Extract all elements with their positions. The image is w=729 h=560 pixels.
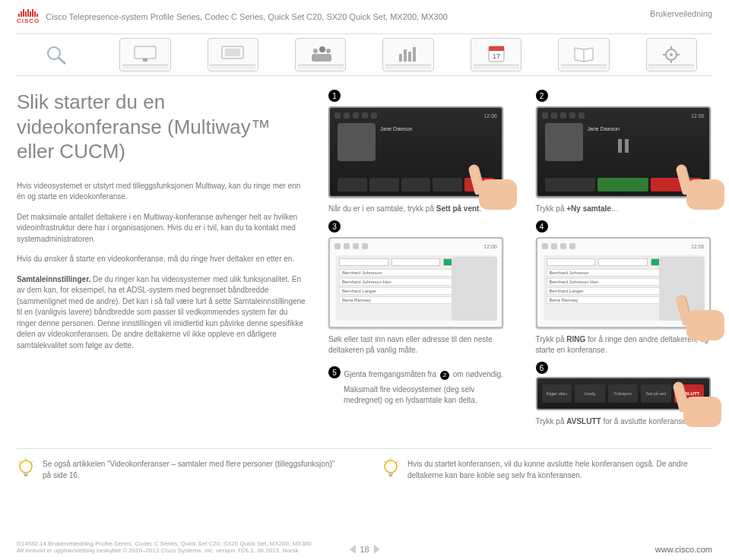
step-3-caption: Søk eller tast inn navn eller adresse ti…: [328, 334, 506, 356]
page-title: Slik starter du en videokonferanse (Mult…: [17, 90, 306, 164]
tip-1: Se også artikkelen "Videokonferanser – s…: [17, 458, 336, 481]
chart-icon: [393, 43, 423, 66]
page-number-nav: 18: [349, 545, 379, 554]
avatar-icon: [338, 123, 376, 161]
next-page-arrow-icon[interactable]: [374, 545, 380, 554]
gear-icon: [656, 43, 686, 66]
footer-url[interactable]: www.cisco.com: [655, 545, 712, 554]
guide-label: Brukerveiledning: [650, 9, 712, 18]
bottom-footer: D14582.14 Brukerveiledning Profile Serie…: [17, 540, 712, 554]
step-3: 3 12:06 Bernhard Johnsson Bernhard Johns…: [328, 220, 506, 356]
step-2: 2 12:06 Jane Dawson Trykk på +Ny samtale…: [536, 90, 713, 214]
step-6: 6 Frigjør video Utvalg Fullskjerm Sett p…: [536, 362, 713, 427]
page: CISCO Cisco Telepresence-system Profile …: [0, 0, 729, 560]
footer-line-2: Alt innhold er opphavsrettslig beskyttet…: [17, 547, 312, 554]
monitor-icon: [217, 43, 248, 66]
magnifier-icon: [43, 43, 73, 66]
step-5: 5 Gjenta fremgangsmåten fra 2 om nødvend…: [328, 362, 506, 427]
svg-rect-11: [404, 49, 407, 62]
tip-2: Hvis du startet konferansen, vil du kunn…: [382, 458, 701, 481]
hand-pointer-icon: [664, 295, 724, 340]
left-column: Slik starter du en videokonferanse (Mult…: [17, 90, 306, 427]
svg-line-26: [19, 461, 21, 463]
intro-p1: Hvis videosystemet er utstyrt med tilleg…: [17, 181, 306, 203]
steps-grid: 1 12:06 Jane Dawson Når du er i en samta…: [328, 90, 712, 427]
footer-line-1: D14582.14 Brukerveiledning Profile Serie…: [17, 540, 312, 547]
nav-chart[interactable]: [382, 38, 433, 71]
p4-label: Samtaleinnstillinger.: [17, 275, 90, 283]
step-1-screen: 12:06 Jane Dawson: [328, 106, 503, 198]
ab-btn: Fullskjerm: [608, 384, 639, 403]
nav-screen-1[interactable]: [119, 38, 170, 71]
step-2-num: 2: [536, 90, 548, 102]
step-5-caption-2: Maksimalt fire videosystemer (deg selv m…: [344, 384, 506, 406]
footer-tips: Se også artikkelen "Videokonferanser – s…: [17, 448, 712, 490]
caller-name: Jane Dawson: [380, 123, 494, 131]
screen-time: 12:06: [483, 113, 497, 119]
caller-name: Jane Dawson: [588, 123, 702, 131]
svg-text:17: 17: [493, 52, 500, 60]
step-6-num: 6: [536, 362, 548, 374]
people-icon: [306, 43, 336, 66]
step-2-screen: 12:06 Jane Dawson: [536, 106, 711, 198]
svg-line-30: [384, 461, 385, 463]
nav-search[interactable]: [32, 38, 83, 71]
side-panel: [452, 257, 497, 321]
page-number: 18: [360, 545, 369, 554]
cisco-wordmark: CISCO: [17, 17, 40, 24]
step-4: 4 12:06 Bernhard Johnsson Bernhard Johns…: [536, 220, 713, 356]
svg-rect-15: [489, 46, 504, 51]
step-5-num: 5: [328, 366, 341, 378]
svg-point-8: [326, 49, 331, 53]
lightbulb-icon: [382, 458, 400, 481]
cisco-logo: CISCO: [17, 9, 40, 24]
hand-pointer-icon: [664, 164, 724, 210]
nav-calendar[interactable]: 17: [471, 38, 521, 71]
step-3-num: 3: [328, 220, 341, 233]
step-ref-badge: 2: [440, 371, 449, 380]
book-icon: [569, 43, 599, 66]
calendar-icon: 17: [481, 43, 512, 66]
step-4-num: 4: [536, 220, 548, 233]
monitor-icon: [130, 43, 160, 66]
svg-rect-13: [413, 47, 416, 62]
page-header: CISCO Cisco Telepresence-system Profile …: [17, 9, 712, 30]
svg-point-28: [385, 460, 397, 473]
logo-group: CISCO Cisco Telepresence-system Profile …: [17, 9, 448, 24]
intro-p3: Hvis du ønsker å starte en videokonferan…: [17, 254, 306, 265]
svg-line-1: [59, 58, 65, 64]
intro-p4: Samtaleinnstillinger. De du ringer kan h…: [17, 274, 306, 352]
footer-meta: D14582.14 Brukerveiledning Profile Serie…: [17, 540, 312, 554]
svg-line-27: [31, 461, 33, 463]
p4-text: De du ringer kan ha videosystemer med ul…: [17, 275, 306, 350]
nav-settings[interactable]: [646, 38, 697, 71]
cisco-bars-icon: [18, 9, 38, 17]
product-line: Cisco Telepresence-system Profile Series…: [46, 12, 448, 21]
intro-p2: Det maksimale antallet deltakere i en Mu…: [17, 212, 306, 245]
step-1-num: 1: [328, 90, 341, 102]
svg-point-19: [670, 53, 673, 56]
tip-1-text: Se også artikkelen "Videokonferanser – s…: [43, 458, 336, 481]
svg-rect-9: [312, 54, 331, 62]
svg-rect-2: [135, 46, 156, 59]
step-4-screen: 12:06 Bernhard Johnsson Bernhard Johnsso…: [536, 237, 711, 328]
step-3-screen: 12:06 Bernhard Johnsson Bernhard Johnsso…: [328, 237, 503, 328]
nav-people[interactable]: [295, 38, 346, 71]
prev-page-arrow-icon[interactable]: [349, 545, 355, 554]
hand-pointer-icon: [456, 164, 517, 210]
svg-rect-10: [399, 54, 402, 62]
nav-book[interactable]: [558, 38, 609, 71]
main-content: Slik starter du en videokonferanse (Mult…: [17, 90, 712, 427]
pause-icon: [618, 139, 629, 153]
nav-screen-2[interactable]: [208, 38, 258, 71]
ab-btn: Frigjør video: [542, 384, 572, 403]
top-nav: 17: [17, 33, 712, 76]
tip-2-text: Hvis du startet konferansen, vil du kunn…: [407, 458, 701, 481]
svg-point-6: [313, 49, 318, 53]
svg-rect-12: [408, 52, 411, 62]
svg-line-31: [396, 461, 398, 463]
svg-point-7: [319, 46, 325, 52]
ab-btn: Utvalg: [575, 384, 605, 403]
step-5-caption: Gjenta fremgangsmåten fra 2 om nødvendig…: [344, 370, 502, 378]
hand-pointer-icon: [661, 381, 721, 427]
